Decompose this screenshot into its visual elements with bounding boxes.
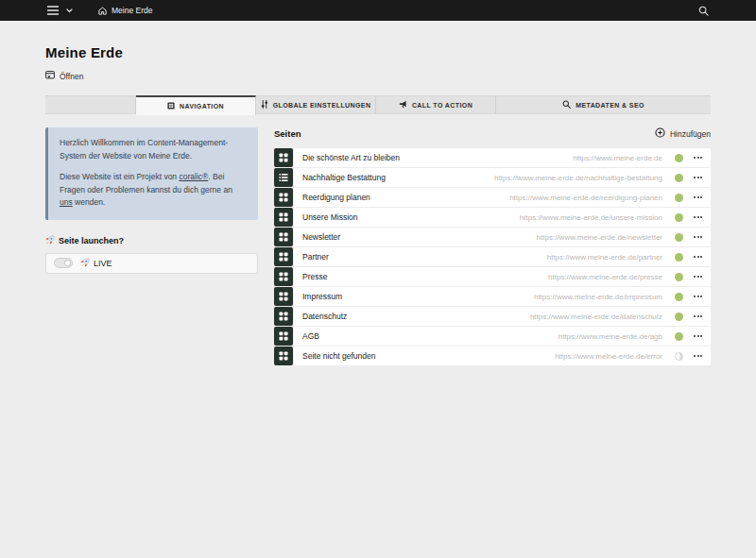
- page-row[interactable]: Newsletter https://www.meine-erde.de/new…: [274, 228, 711, 246]
- row-menu-button[interactable]: [694, 296, 702, 297]
- page-type-icon: [274, 188, 293, 207]
- page-row[interactable]: Reerdigung planen https://www.meine-erde…: [274, 188, 711, 207]
- row-menu-button[interactable]: [694, 276, 702, 278]
- status-dot-live: [675, 273, 683, 281]
- tab-navigation[interactable]: NAVIGATION: [136, 95, 256, 115]
- page-row[interactable]: Partner https://www.meine-erde.de/partne…: [274, 247, 711, 266]
- page-row[interactable]: Impressum https://www.meine-erde.de/impr…: [274, 287, 711, 306]
- page-name: Seite nicht gefunden: [302, 351, 376, 361]
- page-name: Reerdigung planen: [302, 193, 370, 202]
- page-name: Presse: [302, 272, 327, 281]
- status-dot-live: [675, 293, 683, 301]
- tab-global-settings[interactable]: GLOBALE EINSTELLUNGEN: [256, 96, 376, 113]
- row-menu-button[interactable]: [694, 216, 702, 218]
- page-url: https://www.meine-erde.de/impressum: [534, 293, 662, 301]
- page-name: Nachhaltige Bestattung: [302, 173, 386, 182]
- info-paragraph-1: Herzlich Willkommen im Content-Managemen…: [60, 137, 247, 162]
- tab-spacer: [45, 96, 136, 113]
- rocket-icon: [45, 235, 55, 246]
- status-dot-live: [675, 253, 683, 262]
- page-row[interactable]: Seite nicht gefunden https://www.meine-e…: [274, 347, 711, 365]
- row-menu-button[interactable]: [694, 355, 702, 357]
- open-site-label: Öffnen: [60, 72, 83, 81]
- status-dot-live: [675, 174, 683, 182]
- status-dot-live: [675, 213, 683, 222]
- page-type-icon: [274, 287, 293, 306]
- launch-toggle-box: LIVE: [45, 253, 258, 274]
- coralic-link[interactable]: coralic®: [179, 172, 208, 181]
- tab-label: GLOBALE EINSTELLUNGEN: [273, 102, 371, 109]
- row-menu-button[interactable]: [694, 196, 702, 198]
- megaphone-icon: [399, 100, 407, 110]
- page-row[interactable]: Nachhaltige Bestattung https://www.meine…: [274, 168, 711, 187]
- page-name: Impressum: [302, 292, 342, 301]
- page-type-icon: [274, 208, 293, 227]
- breadcrumb[interactable]: Meine Erde: [92, 4, 159, 17]
- page-row[interactable]: Die schönste Art zu bleiben https://www.…: [274, 148, 711, 167]
- tab-metadata-seo[interactable]: METADATEN & SEO: [496, 96, 711, 113]
- page-name: Unsere Mission: [302, 212, 358, 222]
- rocket-icon: [80, 258, 90, 269]
- live-toggle[interactable]: [54, 258, 73, 268]
- status-dot-live: [675, 154, 683, 162]
- page-url: https://www.meine-erde.de/reerdigung-pla…: [509, 194, 662, 202]
- toggle-knob: [64, 260, 71, 266]
- breadcrumb-label: Meine Erde: [112, 6, 152, 15]
- page-url: https://www.meine-erde.de: [573, 154, 662, 162]
- hamburger-menu-icon[interactable]: [47, 6, 59, 15]
- status-dot-live: [675, 332, 683, 341]
- row-menu-button[interactable]: [694, 315, 702, 317]
- page-row[interactable]: Unsere Mission https://www.meine-erde.de…: [274, 208, 711, 227]
- page-type-icon: [274, 327, 293, 346]
- row-menu-button[interactable]: [694, 157, 702, 159]
- circle-plus-icon: [655, 127, 665, 140]
- row-menu-button[interactable]: [694, 177, 702, 178]
- page-row[interactable]: Datenschutz https://www.meine-erde.de/da…: [274, 307, 711, 326]
- page-url: https://www.meine-erde.de/partner: [547, 253, 662, 262]
- page-name: Die schönste Art zu bleiben: [302, 153, 400, 162]
- tab-label: METADATEN & SEO: [576, 102, 644, 109]
- launch-question: Seite launchen?: [45, 235, 258, 246]
- page-type-icon: [274, 307, 293, 326]
- page-url: https://www.meine-erde.de/newsletter: [537, 233, 662, 242]
- pages-list: Die schönste Art zu bleiben https://www.…: [274, 148, 711, 365]
- info-paragraph-2: Diese Website ist ein Projekt von corali…: [60, 171, 247, 210]
- page-url: https://www.meine-erde.de/agb: [558, 332, 662, 341]
- status-dot-live: [675, 194, 683, 202]
- add-page-label: Hinzufügen: [670, 129, 711, 139]
- tabbar: NAVIGATION GLOBALE EINSTELLUNGEN CALL TO…: [45, 95, 711, 114]
- navigation-tab-icon: [167, 102, 175, 110]
- page-type-icon: [274, 168, 293, 187]
- page-name: Partner: [302, 252, 329, 262]
- home-icon: [98, 7, 107, 15]
- row-menu-button[interactable]: [694, 236, 702, 238]
- sliders-icon: [261, 100, 268, 110]
- topbar: Meine Erde: [0, 0, 756, 21]
- page-row[interactable]: AGB https://www.meine-erde.de/agb: [274, 327, 711, 346]
- page-url: https://www.meine-erde.de/unsere-mission: [520, 213, 662, 222]
- page-type-icon: [274, 247, 293, 266]
- tab-call-to-action[interactable]: CALL TO ACTION: [376, 96, 496, 113]
- open-site-button[interactable]: Öffnen: [45, 71, 83, 81]
- status-dot-draft: [675, 352, 683, 361]
- launch-question-label: Seite launchen?: [59, 236, 124, 245]
- pages-section-title: Seiten: [274, 128, 301, 139]
- add-page-button[interactable]: Hinzufügen: [655, 127, 711, 140]
- chevron-down-icon[interactable]: [66, 8, 73, 13]
- page-url: https://www.meine-erde.de/datenschutz: [530, 313, 662, 321]
- page-url: https://www.meine-erde.de/nachhaltige-be…: [494, 174, 662, 182]
- contact-link[interactable]: uns: [60, 197, 73, 207]
- status-dot-live: [675, 233, 683, 242]
- magnifier-icon: [562, 100, 571, 110]
- page-name: Datenschutz: [302, 312, 347, 321]
- live-label: LIVE: [94, 259, 112, 268]
- page-type-icon: [274, 148, 293, 167]
- page-type-icon: [274, 267, 293, 286]
- row-menu-button[interactable]: [694, 256, 702, 258]
- row-menu-button[interactable]: [694, 335, 702, 337]
- page-row[interactable]: Presse https://www.meine-erde.de/presse: [274, 267, 711, 286]
- page-title: Meine Erde: [45, 44, 711, 60]
- welcome-info-box: Herzlich Willkommen im Content-Managemen…: [45, 127, 258, 220]
- page-name: Newsletter: [302, 232, 340, 242]
- search-icon[interactable]: [698, 6, 709, 16]
